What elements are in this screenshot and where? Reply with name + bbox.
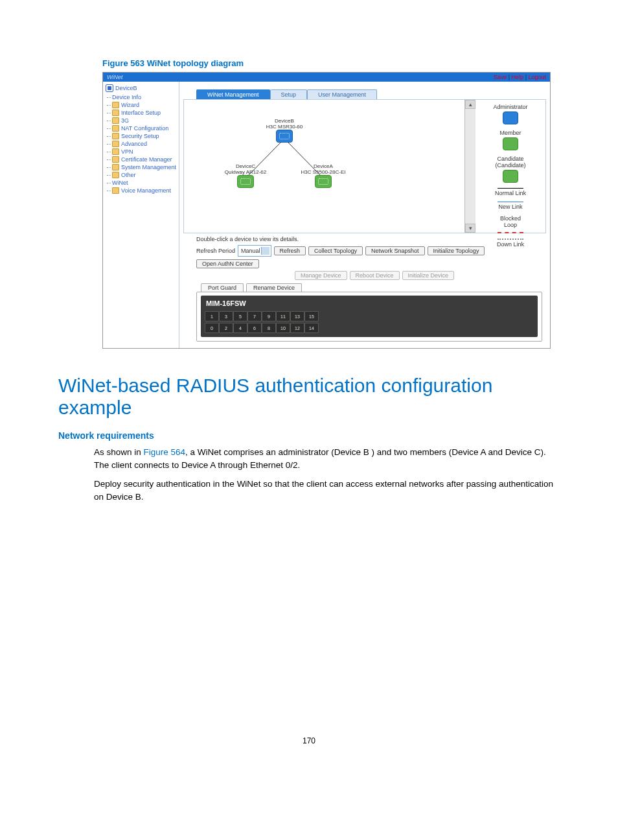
folder-icon bbox=[112, 172, 119, 178]
legend-candidate-icon bbox=[503, 170, 518, 183]
legend-down-label: Down Link bbox=[479, 241, 542, 248]
scroll-down-icon[interactable]: ▾ bbox=[465, 224, 475, 233]
tree-item-sysmgmt[interactable]: System Management bbox=[106, 163, 177, 171]
node-model: H3C MSR30-60 bbox=[258, 124, 310, 130]
tree-item-vpn[interactable]: VPN bbox=[106, 148, 177, 156]
port[interactable]: 12 bbox=[290, 323, 304, 333]
admin-device-icon bbox=[276, 130, 293, 143]
tree-item-3g[interactable]: 3G bbox=[106, 117, 177, 124]
refresh-button[interactable]: Refresh bbox=[274, 246, 306, 255]
tab-user-mgmt[interactable]: User Management bbox=[307, 89, 377, 99]
initialize-topology-button[interactable]: Initialize Topology bbox=[428, 246, 485, 255]
reboot-device-button[interactable]: Reboot Device bbox=[350, 271, 400, 280]
controls-row1: Refresh Period Manual Refresh Collect To… bbox=[196, 245, 546, 268]
main-area: WiNet Management Setup User Management D… bbox=[179, 82, 550, 348]
topology-canvas[interactable]: DeviceB H3C MSR30-60 DeviceC Quidway AR1… bbox=[184, 100, 464, 233]
panel-tab-port-guard[interactable]: Port Guard bbox=[201, 283, 244, 292]
initialize-device-button[interactable]: Initialize Device bbox=[402, 271, 455, 280]
scrollbar[interactable]: ▴ ▾ bbox=[464, 100, 475, 233]
host-icon bbox=[106, 84, 113, 92]
figure-link[interactable]: Figure 564 bbox=[144, 447, 186, 457]
legend-normal-label: Normal Link bbox=[479, 190, 542, 196]
network-snapshot-button[interactable]: Network Snapshot bbox=[365, 246, 425, 255]
tree-item-interface-setup[interactable]: Interface Setup bbox=[106, 109, 177, 117]
legend-admin-label: Administrator bbox=[479, 104, 542, 110]
node-device-b[interactable]: DeviceB H3C MSR30-60 bbox=[258, 118, 310, 143]
port[interactable]: 15 bbox=[304, 311, 319, 321]
switch-illustration: MIM-16FSW 1 3 5 7 9 11 13 15 0 bbox=[201, 296, 538, 337]
member-device-icon bbox=[237, 175, 254, 188]
scroll-up-icon[interactable]: ▴ bbox=[465, 100, 475, 109]
port[interactable]: 8 bbox=[262, 323, 276, 333]
port[interactable]: 13 bbox=[290, 311, 304, 321]
port[interactable]: 4 bbox=[233, 323, 247, 333]
port[interactable]: 2 bbox=[219, 323, 233, 333]
app-name: WiNet bbox=[107, 74, 122, 80]
legend-new-line bbox=[498, 202, 523, 202]
section-title: WiNet-based RADIUS authentication config… bbox=[58, 375, 560, 419]
logout-link[interactable]: Logout bbox=[528, 74, 546, 80]
node-device-c[interactable]: DeviceC Quidway AR12-62 bbox=[220, 163, 271, 188]
port[interactable]: 9 bbox=[262, 311, 276, 321]
panel-tab-rename[interactable]: Rename Device bbox=[246, 283, 302, 292]
port[interactable]: 14 bbox=[304, 323, 319, 333]
refresh-period-select[interactable]: Manual bbox=[238, 245, 271, 257]
legend-new-label: New Link bbox=[479, 204, 542, 210]
top-links: Save | Help | Logout bbox=[494, 74, 546, 80]
switch-title: MIM-16FSW bbox=[206, 299, 534, 307]
folder-icon bbox=[112, 148, 119, 155]
member-device-icon bbox=[315, 175, 332, 188]
tree-item-voice[interactable]: Voice Management bbox=[106, 187, 177, 194]
tree-item-cert[interactable]: Certificate Manager bbox=[106, 156, 177, 163]
paragraph-2: Deploy security authentication in the Wi… bbox=[94, 478, 560, 503]
save-link[interactable]: Save bbox=[494, 74, 507, 80]
port[interactable]: 6 bbox=[247, 323, 262, 333]
port[interactable]: 5 bbox=[233, 311, 247, 321]
folder-icon bbox=[112, 156, 119, 163]
open-authn-center-button[interactable]: Open AuthN Center bbox=[196, 259, 259, 268]
node-model: H3C S5500-28C-EI bbox=[297, 169, 349, 175]
titlebar: WiNet Save | Help | Logout bbox=[103, 73, 550, 82]
port[interactable]: 3 bbox=[219, 311, 233, 321]
port-row-bottom: 0 2 4 6 8 10 12 14 bbox=[205, 323, 534, 333]
folder-icon bbox=[112, 133, 119, 139]
p1-a: As shown in bbox=[94, 447, 144, 457]
legend-member-label: Member bbox=[479, 130, 542, 136]
tree-root[interactable]: DeviceB bbox=[106, 84, 177, 92]
node-model: Quidway AR12-62 bbox=[220, 169, 271, 175]
topology-container: DeviceB H3C MSR30-60 DeviceC Quidway AR1… bbox=[183, 99, 546, 233]
tree-item-security[interactable]: Security Setup bbox=[106, 132, 177, 140]
port[interactable]: 0 bbox=[205, 323, 219, 333]
manage-device-button[interactable]: Manage Device bbox=[295, 271, 347, 280]
legend-admin-icon bbox=[503, 111, 518, 124]
main-tabs: WiNet Management Setup User Management bbox=[196, 89, 546, 99]
tree-item-wizard[interactable]: Wizard bbox=[106, 101, 177, 109]
folder-icon bbox=[112, 164, 119, 170]
tree-item-device-info[interactable]: Device Info bbox=[106, 93, 177, 101]
node-device-a[interactable]: DeviceA H3C S5500-28C-EI bbox=[297, 163, 349, 188]
port[interactable]: 10 bbox=[276, 323, 290, 333]
figure-caption: Figure 563 WiNet topology diagram bbox=[102, 58, 560, 68]
controls-row2: Manage Device Reboot Device Initialize D… bbox=[295, 271, 546, 280]
port[interactable]: 7 bbox=[247, 311, 262, 321]
legend-candidate-label: Candidate (Candidate) bbox=[479, 156, 542, 169]
collect-topology-button[interactable]: Collect Topology bbox=[308, 246, 363, 255]
folder-icon bbox=[112, 125, 119, 132]
tab-winet-mgmt[interactable]: WiNet Management bbox=[196, 89, 270, 99]
port[interactable]: 1 bbox=[205, 311, 219, 321]
tree-item-other[interactable]: Other bbox=[106, 171, 177, 179]
folder-icon bbox=[112, 102, 119, 108]
node-label: DeviceB bbox=[258, 118, 310, 124]
tree-item-winet[interactable]: WiNet bbox=[106, 179, 177, 187]
folder-icon bbox=[112, 141, 119, 147]
tree-item-advanced[interactable]: Advanced bbox=[106, 140, 177, 148]
tab-setup[interactable]: Setup bbox=[270, 89, 308, 99]
node-label: DeviceA bbox=[297, 163, 349, 169]
legend-member-icon bbox=[503, 137, 518, 150]
help-link[interactable]: Help bbox=[512, 74, 524, 80]
port[interactable]: 11 bbox=[276, 311, 290, 321]
port-row-top: 1 3 5 7 9 11 13 15 bbox=[205, 311, 534, 321]
tree-item-nat[interactable]: NAT Configuration bbox=[106, 124, 177, 132]
legend-down-line bbox=[498, 239, 523, 240]
folder-icon bbox=[112, 117, 119, 124]
